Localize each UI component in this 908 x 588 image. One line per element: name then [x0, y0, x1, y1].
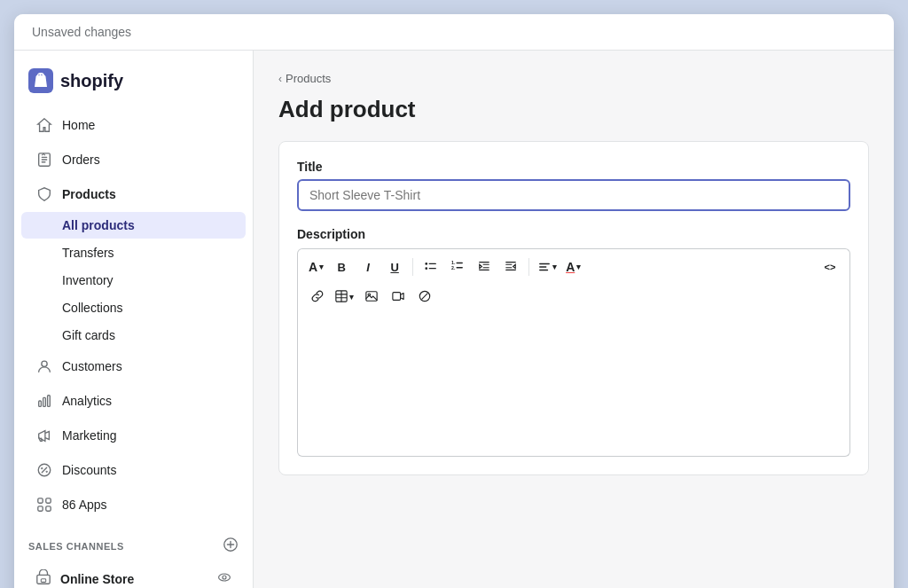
sidebar-item-apps[interactable]: 86 Apps [21, 488, 246, 521]
gift-cards-label: Gift cards [62, 328, 115, 342]
breadcrumb[interactable]: ‹ Products [278, 72, 869, 85]
sidebar-item-home[interactable]: Home [21, 108, 246, 142]
image-icon [365, 290, 378, 305]
unsaved-changes-label: Unsaved changes [32, 25, 131, 39]
font-button[interactable]: A ▾ [305, 255, 327, 279]
ol-icon: 1. 2. [451, 260, 464, 275]
inventory-label: Inventory [62, 273, 114, 287]
sales-channels-header: SALES CHANNELS [14, 522, 253, 561]
toolbar-row-2: ▾ [305, 285, 842, 310]
header: Unsaved changes [14, 14, 894, 51]
apps-label: 86 Apps [62, 498, 107, 512]
text-color-dropdown-arrow: ▾ [576, 263, 581, 271]
sidebar-item-discounts[interactable]: Discounts [21, 453, 246, 487]
align-icon [538, 261, 551, 273]
editor-toolbar: A ▾ B I U [297, 248, 850, 315]
title-input[interactable] [297, 179, 850, 211]
online-store-view-icon[interactable] [217, 570, 231, 588]
home-icon [35, 116, 53, 134]
analytics-icon [35, 392, 53, 410]
font-icon: A [309, 260, 317, 274]
sidebar-item-products[interactable]: Products [21, 177, 246, 211]
sidebar-item-gift-cards[interactable]: Gift cards [21, 322, 246, 349]
online-store-label: Online Store [60, 572, 134, 586]
customers-label: Customers [62, 359, 122, 373]
outdent-icon [505, 260, 517, 275]
svg-rect-4 [48, 396, 51, 407]
table-button[interactable]: ▾ [332, 285, 357, 310]
svg-text:1.: 1. [451, 260, 456, 265]
video-button[interactable] [386, 285, 411, 310]
app-window: Unsaved changes shopify H [14, 14, 894, 588]
sidebar-item-orders[interactable]: Orders [21, 143, 246, 176]
sidebar-logo: shopify [14, 61, 253, 107]
underline-button[interactable]: U [382, 255, 407, 279]
svg-rect-6 [38, 498, 43, 503]
indent-icon [478, 260, 490, 275]
unordered-list-button[interactable] [419, 255, 443, 279]
underline-icon: U [390, 261, 398, 274]
description-field-label: Description [297, 227, 850, 241]
italic-button[interactable]: I [356, 255, 380, 279]
svg-text:2.: 2. [451, 265, 456, 270]
bold-button[interactable]: B [329, 255, 354, 279]
main-content: ‹ Products Add product Title Description… [254, 51, 894, 588]
online-store-left: Online Store [35, 569, 134, 588]
home-label: Home [62, 118, 95, 132]
sidebar-item-all-products[interactable]: All products [21, 212, 246, 239]
align-button[interactable]: ▾ [535, 255, 560, 279]
ul-icon [425, 260, 437, 275]
store-icon [35, 569, 51, 588]
svg-rect-8 [38, 506, 43, 511]
sales-channels-label: SALES CHANNELS [28, 541, 124, 552]
title-field-label: Title [297, 160, 850, 174]
orders-icon [35, 151, 53, 169]
add-sales-channel-button[interactable] [223, 537, 239, 555]
sidebar-item-transfers[interactable]: Transfers [21, 239, 246, 266]
table-dropdown-arrow: ▾ [349, 293, 354, 302]
font-dropdown-arrow: ▾ [319, 263, 324, 271]
customers-icon [35, 357, 53, 375]
toolbar-row-1: A ▾ B I U [305, 255, 842, 279]
ordered-list-button[interactable]: 1. 2. [445, 255, 470, 279]
sidebar: shopify Home [14, 51, 254, 588]
apps-icon [35, 496, 53, 514]
svg-point-14 [223, 576, 226, 579]
bold-icon: B [337, 261, 345, 274]
code-view-button[interactable]: <> [818, 255, 842, 279]
orders-label: Orders [62, 153, 100, 167]
svg-rect-9 [46, 506, 51, 511]
svg-rect-2 [39, 401, 42, 406]
shopify-bag-icon [28, 68, 53, 93]
products-icon [35, 185, 53, 203]
main-layout: shopify Home [14, 51, 894, 588]
svg-point-1 [42, 361, 47, 366]
sidebar-item-customers[interactable]: Customers [21, 349, 246, 383]
table-icon [335, 290, 348, 305]
text-color-icon: A [566, 260, 575, 274]
all-products-label: All products [62, 218, 135, 232]
discounts-label: Discounts [62, 463, 116, 477]
svg-rect-7 [46, 498, 51, 503]
sidebar-item-collections[interactable]: Collections [21, 294, 246, 321]
breadcrumb-label: Products [286, 72, 331, 85]
link-button[interactable] [305, 285, 330, 310]
italic-icon: I [366, 261, 370, 274]
shopify-wordmark: shopify [60, 71, 123, 91]
marketing-label: Marketing [62, 428, 116, 443]
sidebar-item-marketing[interactable]: Marketing [21, 419, 246, 452]
products-label: Products [62, 187, 116, 201]
clear-format-button[interactable] [412, 285, 437, 310]
sidebar-item-online-store[interactable]: Online Store [21, 561, 246, 588]
align-dropdown-arrow: ▾ [552, 263, 557, 271]
editor-body[interactable] [297, 315, 850, 457]
sidebar-item-analytics[interactable]: Analytics [21, 384, 246, 418]
text-color-button[interactable]: A ▾ [562, 255, 584, 279]
outdent-button[interactable] [498, 255, 523, 279]
video-icon [392, 290, 404, 305]
sidebar-item-inventory[interactable]: Inventory [21, 267, 246, 294]
clear-format-icon [419, 290, 431, 305]
indent-button[interactable] [472, 255, 497, 279]
svg-point-13 [219, 574, 231, 581]
image-button[interactable] [359, 285, 384, 310]
